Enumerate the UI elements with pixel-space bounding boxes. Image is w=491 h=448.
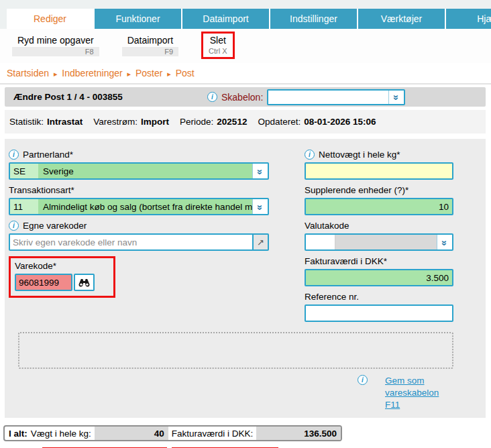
meta-statistik: Statistik:Intrastat [9, 117, 83, 127]
toolbar-item-shortcut: Ctrl X [209, 47, 227, 55]
info-icon[interactable]: i [305, 150, 315, 160]
meta-opdateret: Opdateret:08-01-2026 15:06 [258, 117, 376, 127]
varekode-label: Varekode* [15, 261, 95, 271]
tab-vaerktojer[interactable]: Værktøjer [358, 9, 446, 29]
toolbar-item-label: Slet [209, 35, 227, 47]
chevron-down-icon[interactable]: » [252, 199, 268, 214]
post-form: i Partnerland* SE Sverige » Transaktions… [5, 139, 486, 418]
egne-varekoder-label: i Egne varekoder [9, 221, 269, 231]
transaktionsart-label: Transaktionsart* [9, 185, 269, 195]
reference-label: Reference nr. [305, 292, 453, 302]
egne-varekoder-input[interactable] [10, 235, 252, 249]
toolbar-item-slet[interactable]: Slet Ctrl X [201, 32, 235, 59]
weight-total-value: 40 [95, 427, 168, 440]
valutakode-select[interactable]: » [305, 233, 453, 251]
nettovaegt-label: i Nettovægt i hele kg* [305, 150, 453, 160]
partnerland-code: SE [10, 164, 38, 178]
meta-varestrom: Varestrøm:Import [93, 117, 169, 127]
valutakode-label: Valutakode [305, 221, 453, 231]
breadcrumb-separator-icon: ▸ [165, 70, 173, 78]
breadcrumb-indberetninger[interactable]: Indberetninger [62, 68, 122, 78]
partnerland-name: Sverige [38, 164, 252, 178]
tab-indstillinger[interactable]: Indstillinger [270, 9, 358, 29]
breadcrumb: Startsiden ▸ Indberetninger ▸ Poster ▸ P… [0, 63, 491, 85]
invoice-total-value: 136.500 [256, 427, 341, 440]
save-as-template-link[interactable]: Gem som vareskabelon F11 [385, 375, 480, 411]
toolbar: Ryd mine opgaver F8 Dataimport F9 Slet C… [0, 29, 491, 63]
transaktionsart-name: Almindeligt køb og salg (bortset fra dir… [38, 199, 252, 214]
comment-area[interactable] [18, 332, 453, 369]
info-icon[interactable]: i [9, 150, 19, 160]
goto-arrow-icon[interactable]: ↗ [252, 235, 268, 249]
toolbar-item-shortcut: F8 [12, 47, 99, 56]
page-header-bar: Ændre Post 1 / 4 - 003855 i Skabelon: » [5, 87, 486, 107]
partnerland-select[interactable]: SE Sverige » [9, 162, 269, 180]
egne-varekoder-field: ↗ [9, 233, 269, 251]
tab-rediger[interactable]: Rediger [7, 9, 95, 29]
transaktionsart-code: 11 [10, 199, 38, 214]
info-icon[interactable]: i [9, 221, 19, 231]
valutakode-name [335, 235, 437, 249]
toolbar-item-dataimport[interactable]: Dataimport F9 [122, 35, 178, 56]
totals-bar: I alt: Vægt i hele kg: 40 Fakturaværdi i… [3, 425, 342, 441]
template-select-value [268, 91, 388, 104]
breadcrumb-separator-icon: ▸ [52, 70, 60, 78]
fakturavaerdi-input[interactable] [305, 269, 453, 286]
toolbar-item-label: Ryd mine opgaver [12, 35, 99, 47]
totals-label: I alt: [5, 429, 28, 439]
chevron-down-icon[interactable]: » [388, 91, 404, 104]
template-select[interactable]: » [267, 89, 405, 105]
binoculars-icon [78, 278, 90, 287]
partnerland-label: i Partnerland* [9, 150, 269, 160]
varekode-annotation-box: Varekode* [9, 256, 115, 298]
meta-periode: Periode:202512 [180, 117, 247, 127]
page-title: Ændre Post 1 / 4 - 003855 [5, 92, 123, 102]
supplerende-enheder-input[interactable] [305, 198, 453, 215]
tab-hjaelp[interactable]: Hjælp [446, 9, 491, 29]
supplerende-enheder-label: Supplerende enheder (?)* [305, 185, 453, 195]
toolbar-item-ryd-mine-opgaver[interactable]: Ryd mine opgaver F8 [12, 35, 99, 56]
transaktionsart-select[interactable]: 11 Almindeligt køb og salg (bortset fra … [9, 198, 269, 215]
fakturavaerdi-label: Fakturaværdi i DKK* [305, 256, 453, 266]
tab-funktioner[interactable]: Funktioner [95, 9, 182, 29]
nettovaegt-input[interactable] [305, 162, 453, 180]
valutakode-code [306, 235, 335, 249]
template-selector-group: i Skabelon: » [207, 89, 405, 105]
breadcrumb-separator-icon: ▸ [125, 70, 133, 78]
info-icon[interactable]: i [358, 375, 368, 385]
binoculars-search-button[interactable] [74, 274, 95, 291]
toolbar-item-label: Dataimport [122, 35, 178, 47]
top-strip [0, 0, 491, 9]
weight-total-label: Vægt i hele kg: [28, 429, 95, 439]
breadcrumb-startsiden[interactable]: Startsiden [7, 68, 49, 78]
chevron-down-icon[interactable]: » [252, 164, 268, 178]
info-icon[interactable]: i [207, 92, 217, 102]
template-link-row: i Gem som vareskabelon F11 [9, 375, 480, 411]
record-meta-row: Statistik:Intrastat Varestrøm:Import Per… [5, 110, 486, 133]
breadcrumb-poster[interactable]: Poster [135, 68, 162, 78]
toolbar-item-shortcut: F9 [122, 47, 178, 56]
invoice-total-label: Fakturaværdi i DKK: [168, 429, 257, 439]
varekode-input[interactable] [15, 274, 72, 291]
reference-input[interactable] [305, 304, 453, 322]
tab-bar: Rediger Funktioner Dataimport Indstillin… [0, 9, 491, 29]
breadcrumb-post[interactable]: Post [176, 68, 195, 78]
chevron-down-icon[interactable]: » [437, 235, 452, 249]
tab-dataimport[interactable]: Dataimport [182, 9, 270, 29]
template-label: Skabelon: [221, 92, 263, 103]
